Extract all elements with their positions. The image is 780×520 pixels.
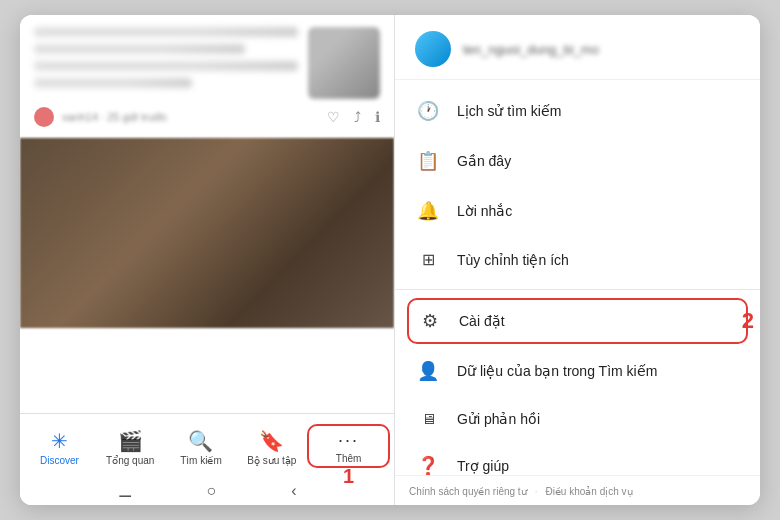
- nav-item-them[interactable]: ··· Thêm 1: [307, 424, 390, 468]
- menu-label-loi-nhac: Lời nhắc: [457, 203, 512, 219]
- feed-card-1: xanh14 · 25 giờ trước ♡ ⤴ ℹ: [20, 15, 394, 138]
- right-avatar: [415, 31, 451, 67]
- feed-line-3: [34, 61, 298, 71]
- step1-badge: 1: [343, 465, 354, 488]
- menu-item-gui-phan-hoi[interactable]: 🖥 Gửi phản hồi: [395, 396, 760, 441]
- menu-divider-1: [395, 289, 760, 290]
- phone-mockup: xanh14 · 25 giờ trước ♡ ⤴ ℹ ✳ Discover 🎬: [20, 15, 760, 505]
- menu-label-du-lieu: Dữ liệu của bạn trong Tìm kiếm: [457, 363, 657, 379]
- feed-area: xanh14 · 25 giờ trước ♡ ⤴ ℹ: [20, 15, 394, 413]
- menu-list: 🕐 Lịch sử tìm kiếm 📋 Gần đây 🔔 Lời nhắc …: [395, 80, 760, 475]
- left-panel: xanh14 · 25 giờ trước ♡ ⤴ ℹ ✳ Discover 🎬: [20, 15, 395, 505]
- footer-dot: ·: [535, 486, 538, 497]
- tro-giup-icon: ❓: [417, 455, 439, 475]
- feed-line-2: [34, 44, 245, 54]
- sys-home-icon: ○: [207, 482, 217, 500]
- right-header: ten_nguoi_dung_bi_mo: [395, 15, 760, 80]
- menu-item-lich-su[interactable]: 🕐 Lịch sử tìm kiếm: [395, 86, 760, 136]
- feed-line-1: [34, 27, 298, 37]
- lich-su-icon: 🕐: [417, 100, 439, 122]
- sys-menu-icon: ⚊: [118, 482, 132, 501]
- nav-label-bo-suu-tap: Bộ sưu tập: [247, 455, 296, 466]
- more-icon[interactable]: ℹ: [375, 109, 380, 125]
- tim-kiem-icon: 🔍: [188, 429, 213, 453]
- feed-line-4: [34, 78, 192, 88]
- menu-item-tro-giup[interactable]: ❓ Trợ giúp: [395, 441, 760, 475]
- menu-label-lich-su: Lịch sử tìm kiếm: [457, 103, 561, 119]
- gan-day-icon: 📋: [417, 150, 439, 172]
- menu-item-tuy-chinh[interactable]: ⊞ Tùy chỉnh tiện ích: [395, 236, 760, 283]
- nav-label-discover: Discover: [40, 455, 79, 466]
- feed-actions: ♡ ⤴ ℹ: [327, 109, 380, 125]
- feed-text-lines: [34, 27, 298, 99]
- menu-label-gui-phan-hoi: Gửi phản hồi: [457, 411, 540, 427]
- footer-privacy-link[interactable]: Chính sách quyền riêng tư: [409, 486, 527, 497]
- share-icon[interactable]: ⤴: [354, 109, 361, 125]
- nav-item-bo-suu-tap[interactable]: 🔖 Bộ sưu tập: [236, 423, 307, 468]
- feed-avatar: [34, 107, 54, 127]
- menu-label-tuy-chinh: Tùy chỉnh tiện ích: [457, 252, 569, 268]
- bottom-nav: ✳ Discover 🎬 Tổng quan 🔍 Tìm kiếm 🔖 Bộ s…: [20, 413, 394, 477]
- menu-item-du-lieu[interactable]: 👤 Dữ liệu của bạn trong Tìm kiếm: [395, 346, 760, 396]
- nav-label-them: Thêm: [336, 453, 362, 464]
- footer-terms-link[interactable]: Điều khoản dịch vụ: [545, 486, 632, 497]
- nav-label-tong-quan: Tổng quan: [106, 455, 154, 466]
- menu-item-loi-nhac[interactable]: 🔔 Lời nhắc: [395, 186, 760, 236]
- menu-item-gan-day[interactable]: 📋 Gần đây: [395, 136, 760, 186]
- feed-image-large: [20, 138, 394, 328]
- bo-suu-tap-icon: 🔖: [259, 429, 284, 453]
- menu-label-cai-dat: Cài đặt: [459, 313, 505, 329]
- system-bar: ⚊ ○ ‹: [20, 477, 394, 505]
- nav-item-discover[interactable]: ✳ Discover: [24, 423, 95, 468]
- loi-nhac-icon: 🔔: [417, 200, 439, 222]
- discover-icon: ✳: [51, 429, 68, 453]
- menu-label-tro-giup: Trợ giúp: [457, 458, 509, 474]
- menu-label-gan-day: Gần đây: [457, 153, 511, 169]
- right-footer: Chính sách quyền riêng tư · Điều khoản d…: [395, 475, 760, 505]
- du-lieu-icon: 👤: [417, 360, 439, 382]
- gui-phan-hoi-icon: 🖥: [417, 410, 439, 427]
- nav-item-tim-kiem[interactable]: 🔍 Tìm kiếm: [166, 423, 237, 468]
- them-icon: ···: [338, 430, 359, 451]
- right-panel: ten_nguoi_dung_bi_mo 🕐 Lịch sử tìm kiếm …: [395, 15, 760, 505]
- heart-icon[interactable]: ♡: [327, 109, 340, 125]
- tong-quan-icon: 🎬: [118, 429, 143, 453]
- feed-meta-text: xanh14 · 25 giờ trước: [62, 111, 319, 124]
- right-username: ten_nguoi_dung_bi_mo: [463, 42, 599, 57]
- nav-item-tong-quan[interactable]: 🎬 Tổng quan: [95, 423, 166, 468]
- cai-dat-icon: ⚙: [419, 310, 441, 332]
- step2-badge: 2: [742, 308, 754, 334]
- nav-label-tim-kiem: Tìm kiếm: [180, 455, 222, 466]
- feed-thumbnail: [308, 27, 380, 99]
- sys-back-icon: ‹: [291, 482, 296, 500]
- tuy-chinh-icon: ⊞: [417, 250, 439, 269]
- feed-meta: xanh14 · 25 giờ trước ♡ ⤴ ℹ: [34, 107, 380, 127]
- menu-item-cai-dat[interactable]: ⚙ Cài đặt: [407, 298, 748, 344]
